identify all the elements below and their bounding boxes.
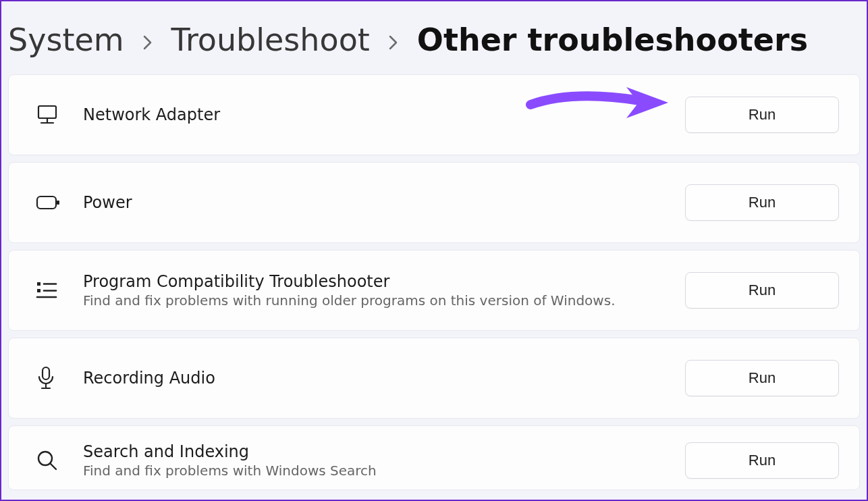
troubleshooter-search-indexing: Search and Indexing Find and fix problem…	[8, 425, 860, 490]
svg-rect-4	[57, 201, 59, 205]
run-button-search-indexing[interactable]: Run	[685, 442, 839, 479]
troubleshooter-network-adapter: Network Adapter Run	[8, 74, 860, 155]
svg-rect-7	[37, 289, 40, 292]
chevron-right-icon	[389, 35, 398, 50]
troubleshooter-desc: Find and fix problems with Windows Searc…	[83, 463, 685, 479]
breadcrumb: System Troubleshoot Other troubleshooter…	[1, 1, 867, 74]
troubleshooter-program-compatibility: Program Compatibility Troubleshooter Fin…	[8, 250, 860, 331]
battery-icon	[36, 194, 83, 211]
troubleshooter-title: Recording Audio	[83, 369, 685, 388]
run-button-network-adapter[interactable]: Run	[685, 97, 839, 133]
microphone-icon	[36, 366, 83, 390]
svg-rect-10	[43, 367, 49, 379]
svg-rect-5	[37, 282, 40, 286]
run-button-power[interactable]: Run	[685, 184, 839, 221]
troubleshooter-title: Search and Indexing	[83, 442, 685, 461]
breadcrumb-current: Other troubleshooters	[417, 22, 808, 58]
troubleshooter-list: Network Adapter Run Power Run	[1, 74, 867, 490]
svg-rect-3	[37, 196, 56, 209]
list-icon	[36, 280, 83, 300]
svg-line-14	[51, 464, 56, 469]
breadcrumb-system[interactable]: System	[8, 22, 124, 58]
troubleshooter-title: Network Adapter	[83, 105, 685, 124]
troubleshooter-power: Power Run	[8, 162, 860, 243]
network-adapter-icon	[36, 103, 83, 126]
troubleshooter-desc: Find and fix problems with running older…	[83, 292, 685, 309]
troubleshooter-title: Program Compatibility Troubleshooter	[83, 272, 685, 291]
chevron-right-icon	[143, 35, 153, 50]
svg-rect-0	[38, 106, 56, 118]
run-button-program-compatibility[interactable]: Run	[685, 272, 839, 309]
search-icon	[36, 449, 83, 472]
troubleshooter-recording-audio: Recording Audio Run	[8, 338, 860, 419]
svg-point-13	[38, 452, 52, 465]
troubleshooter-title: Power	[83, 193, 685, 212]
run-button-recording-audio[interactable]: Run	[685, 360, 839, 396]
breadcrumb-troubleshoot[interactable]: Troubleshoot	[171, 22, 370, 58]
